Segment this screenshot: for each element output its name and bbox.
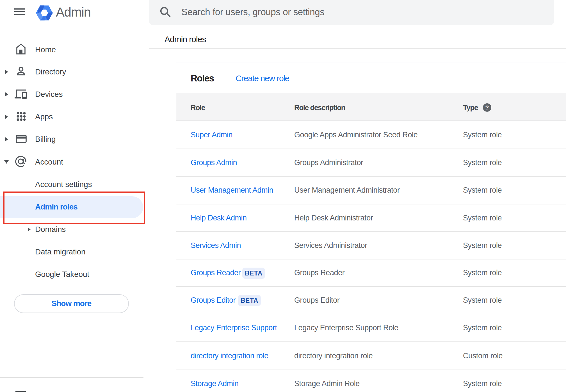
svg-text:?: ? bbox=[485, 104, 489, 111]
